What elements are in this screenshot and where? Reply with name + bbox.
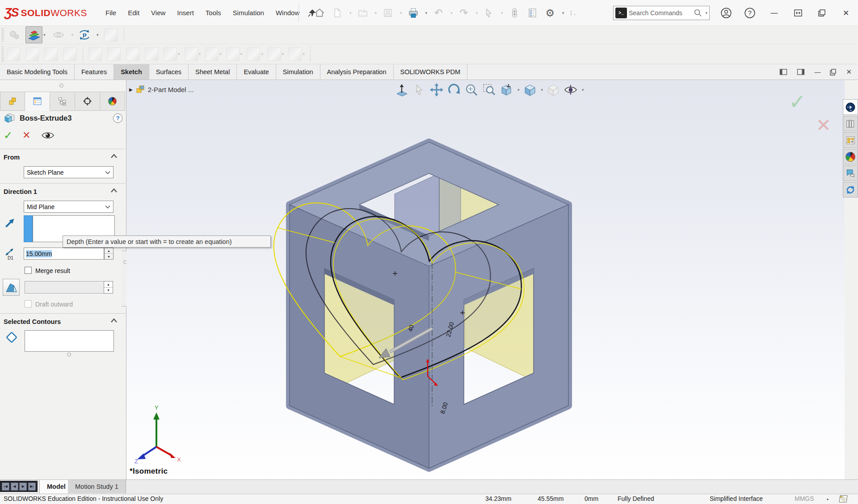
graphics-viewport[interactable]: ▶ 2-Part Model ... ▾ ▾ ▾ bbox=[126, 80, 845, 479]
merge-result-label[interactable]: Merge result bbox=[35, 267, 70, 274]
merge-result-checkbox[interactable] bbox=[25, 267, 32, 274]
model-3d-canvas[interactable]: 22.00 8.00 40 bbox=[126, 80, 845, 479]
confirm-cancel-icon[interactable]: ✕ bbox=[816, 115, 831, 135]
tab-sheet-metal[interactable]: Sheet Metal bbox=[189, 64, 237, 80]
dock-left-icon[interactable] bbox=[779, 68, 788, 76]
units-caret-icon[interactable]: ▴ bbox=[827, 497, 829, 501]
part-template-button[interactable] bbox=[25, 26, 42, 43]
draft-outward-checkbox bbox=[25, 300, 32, 307]
cancel-button[interactable]: ✕ bbox=[22, 130, 30, 141]
draft-angle-input bbox=[25, 281, 113, 294]
task-pane-design-library[interactable] bbox=[843, 116, 858, 131]
task-pane-file-explorer[interactable] bbox=[843, 132, 858, 148]
search-commands-box[interactable]: >_ ▾ bbox=[613, 6, 710, 20]
search-icon[interactable] bbox=[694, 8, 702, 17]
restore-button[interactable] bbox=[815, 6, 829, 20]
menu-window[interactable]: Window bbox=[270, 0, 305, 26]
tab-feature-manager[interactable] bbox=[0, 92, 25, 111]
redo-icon: ↷ bbox=[457, 6, 471, 20]
print-caret[interactable]: ▾ bbox=[425, 11, 428, 15]
spin-up-icon: ▲ bbox=[104, 281, 113, 288]
tab-evaluate[interactable]: Evaluate bbox=[237, 64, 276, 80]
tab-features[interactable]: Features bbox=[75, 64, 114, 80]
tab-property-manager[interactable] bbox=[25, 92, 50, 111]
pm-help-icon[interactable]: ? bbox=[113, 113, 123, 123]
selected-contours-box[interactable] bbox=[25, 330, 114, 352]
task-pane-appearances[interactable] bbox=[843, 149, 858, 164]
menu-file[interactable]: File bbox=[100, 0, 122, 26]
print-icon[interactable] bbox=[407, 6, 420, 20]
close-button[interactable]: ✕ bbox=[839, 6, 853, 20]
disabled-tool-icon bbox=[25, 47, 39, 61]
menu-view[interactable]: View bbox=[145, 0, 171, 26]
nav-prev-button[interactable]: ◀ bbox=[11, 483, 18, 491]
spin-up-icon[interactable]: ▲ bbox=[105, 248, 113, 254]
menu-tools[interactable]: Tools bbox=[200, 0, 227, 26]
depth-spinner[interactable]: ▲ ▼ bbox=[104, 248, 114, 260]
tab-solidworks-pdm[interactable]: SOLIDWORKS PDM bbox=[394, 64, 468, 80]
tab-simulation[interactable]: Simulation bbox=[276, 64, 320, 80]
dock-right-icon[interactable] bbox=[797, 68, 805, 76]
tab-sketch[interactable]: Sketch bbox=[114, 64, 149, 80]
menu-simulation[interactable]: Simulation bbox=[227, 0, 270, 26]
menu-insert[interactable]: Insert bbox=[171, 0, 200, 26]
confirm-ok-icon[interactable]: ✓ bbox=[789, 90, 806, 114]
tab-surfaces[interactable]: Surfaces bbox=[149, 64, 189, 80]
span-displays-button[interactable] bbox=[791, 6, 805, 20]
tab-display-manager[interactable] bbox=[100, 92, 125, 111]
options-list-icon[interactable] bbox=[526, 6, 539, 20]
task-pane-forum[interactable] bbox=[843, 165, 858, 181]
tag-icon[interactable] bbox=[838, 495, 848, 503]
from-section-header[interactable]: From bbox=[4, 154, 20, 161]
from-collapse-icon[interactable] bbox=[110, 153, 118, 159]
reverse-direction-icon[interactable] bbox=[4, 216, 17, 229]
rebuild-p-icon[interactable]: P bbox=[78, 28, 91, 42]
task-pane-sync[interactable] bbox=[843, 182, 858, 197]
nav-first-button[interactable]: |◀ bbox=[2, 483, 9, 491]
selected-contours-collapse-icon[interactable] bbox=[110, 317, 118, 323]
preview-eye-button[interactable] bbox=[41, 130, 55, 141]
rebuild-caret[interactable]: ▾ bbox=[97, 33, 99, 37]
direction1-section-header[interactable]: Direction 1 bbox=[4, 188, 37, 195]
toolbar-drag-handle[interactable] bbox=[1, 46, 4, 62]
settings-caret[interactable]: ▾ bbox=[562, 11, 564, 15]
depth-input[interactable]: 15.00mm bbox=[24, 248, 104, 260]
menu-edit[interactable]: Edit bbox=[122, 0, 145, 26]
selected-contours-header[interactable]: Selected Contours bbox=[4, 318, 61, 325]
toolbar-overflow-icon[interactable]: ⋮. bbox=[568, 10, 575, 16]
nav-next-button[interactable]: ▶ bbox=[19, 483, 27, 491]
status-interface-mode[interactable]: Simplified Interface bbox=[710, 495, 763, 502]
end-condition-select[interactable]: Mid Plane bbox=[24, 201, 114, 213]
tab-motion-study[interactable]: Motion Study 1 bbox=[68, 480, 126, 493]
status-units[interactable]: MMGS bbox=[795, 495, 814, 502]
mouse-gestures-icon[interactable] bbox=[508, 6, 521, 20]
library-icon bbox=[845, 118, 856, 129]
search-input[interactable] bbox=[629, 9, 692, 17]
spin-down-icon[interactable]: ▼ bbox=[105, 254, 113, 259]
tab-dimxpert-manager[interactable] bbox=[75, 92, 100, 111]
nav-last-button[interactable]: ▶| bbox=[28, 483, 36, 491]
boss-extrude-icon bbox=[4, 112, 16, 124]
tab-configuration-manager[interactable] bbox=[50, 92, 75, 111]
doc-minimize-icon[interactable]: — bbox=[814, 68, 820, 76]
settings-gear-icon[interactable]: ⚙ bbox=[543, 6, 557, 20]
doc-close-icon[interactable]: ✕ bbox=[846, 68, 852, 76]
task-pane-resources[interactable] bbox=[843, 99, 858, 115]
draft-button[interactable] bbox=[3, 279, 20, 296]
tab-basic-modeling-tools[interactable]: Basic Modeling Tools bbox=[0, 64, 75, 80]
direction1-collapse-icon[interactable] bbox=[110, 187, 118, 193]
search-caret[interactable]: ▾ bbox=[705, 11, 707, 15]
sheet-nav-buttons: |◀ ◀ ▶ ▶| bbox=[0, 481, 38, 492]
part-template-caret[interactable]: ▾ bbox=[43, 33, 46, 37]
minimize-button[interactable]: — bbox=[767, 6, 781, 20]
ok-button[interactable]: ✓ bbox=[4, 129, 13, 142]
home-icon[interactable] bbox=[313, 6, 326, 20]
panel-resize-knob[interactable] bbox=[67, 353, 71, 357]
panel-resize-knob[interactable] bbox=[59, 84, 63, 88]
help-icon[interactable]: ? bbox=[743, 6, 757, 20]
user-account-icon[interactable] bbox=[719, 6, 733, 20]
toolbar-drag-handle[interactable] bbox=[1, 28, 4, 42]
from-plane-select[interactable]: Sketch Plane bbox=[24, 166, 114, 178]
doc-restore-icon[interactable] bbox=[829, 68, 837, 76]
tab-analysis-preparation[interactable]: Analysis Preparation bbox=[320, 64, 394, 80]
